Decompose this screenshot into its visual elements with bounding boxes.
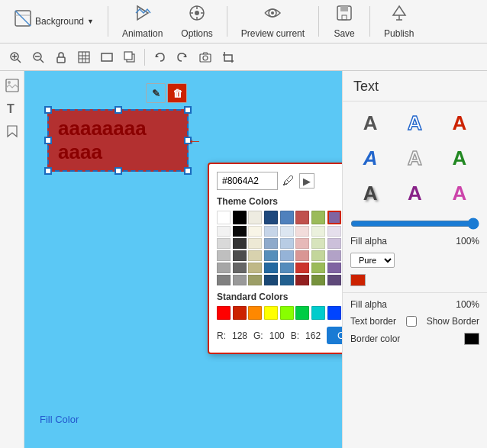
swatch-black[interactable]: [233, 211, 247, 224]
svg-text:T: T: [7, 102, 15, 115]
border-color-swatch[interactable]: [464, 333, 479, 345]
theme-swatches: [217, 211, 342, 224]
blend-mode-dropdown[interactable]: Pure: [350, 253, 395, 268]
border-color-label: Border color: [350, 334, 400, 344]
preview-button[interactable]: Preview current: [234, 1, 312, 42]
ts-green[interactable]: A: [440, 143, 479, 173]
ts-outline2[interactable]: A: [395, 143, 434, 173]
fill-color-swatch[interactable]: [350, 274, 366, 286]
text-styles-grid: A A A A A A A A A: [343, 102, 487, 214]
background-arrow: ▼: [87, 18, 94, 25]
arrow-indicator: ←: [187, 132, 202, 150]
side-bookmark-icon[interactable]: [2, 121, 22, 141]
handle-bl[interactable]: [44, 167, 52, 175]
svg-rect-12: [340, 6, 348, 11]
std-yellow[interactable]: [264, 306, 278, 320]
ts-outline[interactable]: A: [395, 108, 434, 138]
eyedropper-icon[interactable]: 🖊: [282, 174, 295, 188]
redo-button[interactable]: [172, 47, 193, 68]
fill-color-label: Fill Color: [40, 414, 79, 425]
sep3: [318, 6, 319, 37]
grid-button[interactable]: [73, 47, 95, 68]
svg-line-17: [18, 60, 21, 63]
fill-alpha-slider[interactable]: [350, 218, 479, 230]
copy-button[interactable]: [119, 47, 140, 68]
handle-tm[interactable]: [114, 106, 122, 114]
ts-blue[interactable]: A: [350, 143, 390, 173]
fill-alpha-label: Fill alpha: [350, 236, 387, 247]
svg-point-35: [203, 56, 208, 60]
save-icon: [335, 4, 353, 27]
animation-icon: [134, 4, 152, 27]
std-blue[interactable]: [327, 306, 341, 320]
ts-red[interactable]: A: [440, 108, 479, 138]
fill-alpha-row: Fill alpha 100%: [343, 233, 487, 250]
rect-button[interactable]: [96, 47, 118, 68]
swatch-cream[interactable]: [248, 211, 262, 224]
canvas-area[interactable]: ✎ 🗑 aaaaaaaaaaaa ← Fill Color: [24, 71, 342, 448]
std-lime[interactable]: [280, 306, 294, 320]
r-label: R:: [217, 330, 226, 341]
g-value: 100: [269, 330, 285, 341]
edit-button[interactable]: ✎: [146, 83, 166, 103]
publish-icon: [390, 4, 408, 27]
undo-button[interactable]: [149, 47, 170, 68]
svg-point-10: [271, 11, 274, 15]
std-green[interactable]: [295, 306, 309, 320]
handle-bm[interactable]: [114, 167, 122, 175]
swatch-blue[interactable]: [280, 211, 294, 224]
save-label: Save: [334, 28, 354, 39]
side-icons: T: [0, 71, 24, 448]
delete-button[interactable]: 🗑: [167, 83, 187, 103]
camera-button[interactable]: [195, 47, 216, 68]
ts-purple[interactable]: A: [395, 178, 434, 208]
right-panel: Text A A A A A A A A A Fill alpha 100%: [342, 71, 487, 448]
crop-button[interactable]: [218, 47, 239, 68]
ts-pink[interactable]: A: [440, 178, 479, 208]
hex-input[interactable]: [217, 172, 278, 190]
b-value: 162: [305, 330, 321, 341]
swatch-purple[interactable]: [327, 211, 341, 224]
svg-point-4: [195, 11, 199, 15]
background-button[interactable]: Background ▼: [6, 6, 102, 37]
zoom-in-button[interactable]: [5, 47, 26, 68]
swatch-green[interactable]: [311, 211, 325, 224]
std-red[interactable]: [217, 306, 231, 320]
zoom-out-button[interactable]: [27, 47, 49, 68]
handle-tr[interactable]: [184, 106, 192, 114]
std-teal[interactable]: [311, 306, 325, 320]
std-orange[interactable]: [248, 306, 262, 320]
svg-rect-13: [342, 15, 347, 20]
ts-plain[interactable]: A: [350, 108, 390, 138]
swatch-white[interactable]: [217, 211, 231, 224]
preview-label: Preview current: [241, 28, 305, 39]
handle-tl[interactable]: [44, 106, 52, 114]
cp-header: 🖊 ▶: [217, 172, 342, 190]
sub-sep1: [144, 49, 145, 66]
std-darkred[interactable]: [233, 306, 247, 320]
swatch-darkblue[interactable]: [264, 211, 278, 224]
sep1: [108, 6, 108, 37]
lock-button[interactable]: [50, 47, 72, 68]
swatch-red[interactable]: [295, 211, 309, 224]
animation-button[interactable]: Animation: [114, 1, 170, 42]
ts-shadow[interactable]: A: [350, 178, 390, 208]
handle-br[interactable]: [184, 167, 192, 175]
r-value: 128: [232, 330, 247, 341]
handle-ml[interactable]: [44, 137, 52, 144]
ok-button[interactable]: OK: [327, 327, 342, 344]
text-element[interactable]: ✎ 🗑 aaaaaaaaaaaa ←: [47, 109, 189, 172]
options-label: Options: [181, 28, 212, 39]
publish-button[interactable]: Publish: [376, 1, 421, 42]
show-border-checkbox[interactable]: [406, 316, 417, 327]
options-button[interactable]: Options: [173, 1, 220, 42]
side-text-icon[interactable]: T: [2, 98, 22, 118]
save-button[interactable]: Save: [325, 1, 363, 42]
fill-alpha-value: 100%: [447, 236, 479, 247]
svg-line-1: [15, 11, 31, 26]
side-image-icon[interactable]: [2, 76, 22, 95]
sep4: [369, 6, 370, 37]
expand-button[interactable]: ▶: [299, 173, 314, 189]
text-content: aaaaaaaaaaaa: [58, 117, 147, 163]
publish-label: Publish: [384, 28, 414, 39]
